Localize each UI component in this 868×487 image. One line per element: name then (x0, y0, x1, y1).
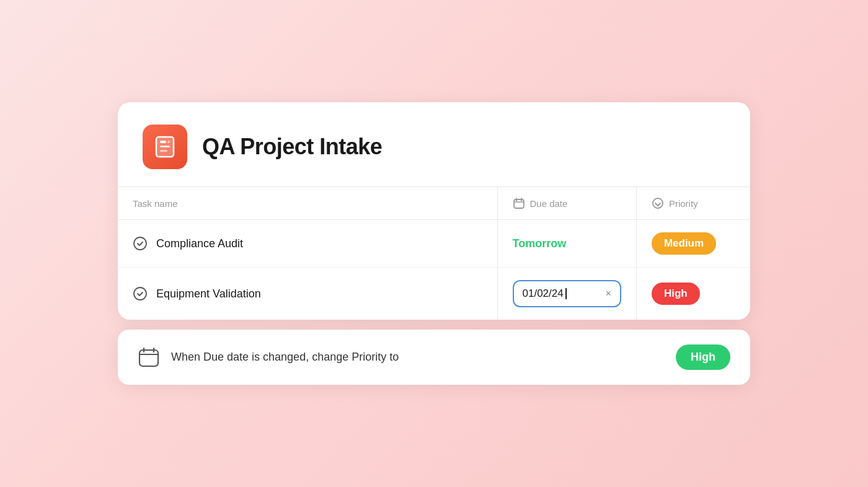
col-header-priority: Priority (636, 187, 750, 220)
bottom-banner-badge: High (676, 344, 730, 370)
priority-cell-2[interactable]: High (636, 268, 750, 320)
check-circle-icon (133, 286, 148, 301)
svg-point-7 (653, 198, 663, 208)
task-name-cell-2: Equipment Validation (118, 268, 497, 320)
check-circle-icon (133, 236, 148, 251)
task-name-cell-1: Compliance Audit (118, 220, 497, 268)
main-wrapper: QA Project Intake Task name (118, 102, 750, 385)
svg-rect-2 (160, 141, 166, 143)
date-input-box[interactable]: 01/02/24 × (513, 280, 621, 307)
svg-rect-6 (514, 200, 524, 208)
col-header-due-date: Due date (497, 187, 636, 220)
clear-date-button[interactable]: × (606, 288, 611, 299)
bottom-banner-text: When Due date is changed, change Priorit… (171, 351, 665, 364)
bottom-banner-card: When Due date is changed, change Priorit… (118, 330, 750, 385)
svg-rect-5 (160, 150, 167, 152)
app-icon (143, 125, 187, 169)
table-row: Compliance Audit Tomorrow Medium (118, 220, 750, 268)
form-icon (153, 134, 177, 159)
svg-rect-3 (167, 141, 170, 143)
priority-cell-1[interactable]: Medium (636, 220, 750, 268)
table-row: Equipment Validation 01/02/24 × (118, 268, 750, 320)
cursor-bar (565, 288, 567, 299)
svg-rect-10 (140, 350, 158, 366)
svg-point-9 (134, 287, 146, 300)
svg-point-8 (134, 237, 146, 250)
filter-icon (652, 197, 664, 209)
due-date-cell-1[interactable]: Tomorrow (497, 220, 636, 268)
priority-badge-high[interactable]: High (652, 283, 700, 305)
date-text: 01/02/24 (523, 287, 567, 300)
table-header-row: Task name Due date (118, 187, 750, 220)
task-table: Task name Due date (118, 186, 750, 320)
date-input-container[interactable]: 01/02/24 × (513, 280, 621, 307)
app-title: QA Project Intake (202, 134, 382, 160)
priority-badge-medium[interactable]: Medium (652, 232, 716, 255)
card-header: QA Project Intake (118, 102, 750, 186)
calendar-icon (513, 197, 525, 209)
calendar-banner-icon (138, 346, 160, 369)
svg-rect-4 (160, 146, 170, 147)
due-date-cell-2[interactable]: 01/02/24 × (497, 268, 636, 320)
top-card: QA Project Intake Task name (118, 102, 750, 320)
col-header-task-name: Task name (118, 187, 497, 220)
